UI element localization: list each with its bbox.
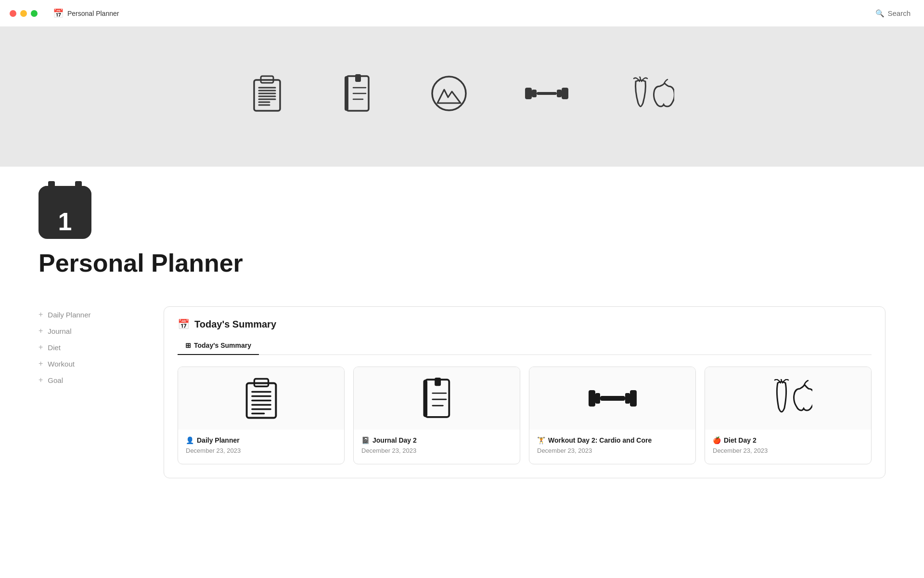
- page-header: 1 Personal Planner: [38, 167, 886, 292]
- sidebar-item-daily-planner[interactable]: + Daily Planner: [38, 306, 144, 323]
- card-date-workout: December 23, 2023: [537, 447, 688, 454]
- page-main-title: Personal Planner: [38, 249, 886, 277]
- card-title-text: Journal Day 2: [372, 436, 417, 444]
- svg-rect-16: [525, 88, 532, 99]
- person-icon: 👤: [186, 436, 194, 444]
- card-title-text: Daily Planner: [197, 436, 240, 444]
- plus-icon: +: [38, 310, 43, 319]
- card-body-daily-planner: 👤 Daily Planner December 23, 2023: [178, 430, 344, 454]
- page-calendar-icon: 1: [38, 186, 91, 239]
- sidebar-item-workout[interactable]: + Workout: [38, 355, 144, 372]
- svg-rect-0: [254, 80, 280, 111]
- card-icon-area-diet: [705, 367, 871, 430]
- maximize-button[interactable]: [31, 10, 38, 17]
- apple-icon: 🍎: [713, 436, 721, 444]
- card-date-diet: December 23, 2023: [713, 447, 863, 454]
- workout-hero-icon: [525, 79, 568, 115]
- diet-hero-icon: [626, 77, 674, 117]
- card-body-journal: 📓 Journal Day 2 December 23, 2023: [354, 430, 520, 454]
- plus-icon: +: [38, 343, 43, 352]
- svg-rect-31: [435, 378, 441, 386]
- svg-rect-36: [595, 393, 600, 404]
- card-title-text: Diet Day 2: [724, 436, 757, 444]
- sidebar-label-journal: Journal: [48, 327, 71, 335]
- svg-rect-20: [562, 88, 568, 99]
- sidebar: + Daily Planner + Journal + Diet + Worko…: [38, 306, 144, 478]
- summary-title: Today's Summary: [194, 319, 276, 330]
- tab-label: Today's Summary: [194, 342, 251, 349]
- planner-hero-icon: [250, 74, 284, 119]
- card-title-workout: 🏋️ Workout Day 2: Cardio and Core: [537, 436, 688, 444]
- entry-card-journal[interactable]: 📓 Journal Day 2 December 23, 2023: [353, 367, 520, 464]
- svg-rect-39: [630, 390, 637, 407]
- page-content: 1 Personal Planner + Daily Planner + Jou…: [0, 167, 924, 517]
- sidebar-label-workout: Workout: [48, 360, 75, 368]
- hero-area: [0, 27, 924, 167]
- entry-card-daily-planner[interactable]: 👤 Daily Planner December 23, 2023: [178, 367, 345, 464]
- app-icon-area: 📅 Personal Planner: [53, 8, 119, 19]
- hero-icons: [250, 74, 674, 119]
- plus-icon: +: [38, 376, 43, 384]
- entry-card-workout[interactable]: 🏋️ Workout Day 2: Cardio and Core Decemb…: [529, 367, 696, 464]
- sidebar-item-diet[interactable]: + Diet: [38, 339, 144, 355]
- plus-icon: +: [38, 327, 43, 335]
- svg-rect-18: [537, 92, 557, 95]
- svg-rect-38: [625, 393, 630, 404]
- journal-icon: 📓: [361, 436, 370, 444]
- summary-header-icon: 📅: [178, 318, 190, 330]
- calendar-number: 1: [58, 209, 72, 234]
- sidebar-label-daily-planner: Daily Planner: [48, 311, 90, 319]
- grid-icon: ⊞: [185, 342, 191, 349]
- sidebar-label-diet: Diet: [48, 343, 61, 352]
- sidebar-item-journal[interactable]: + Journal: [38, 323, 144, 339]
- card-title-text: Workout Day 2: Cardio and Core: [548, 436, 652, 444]
- svg-rect-19: [557, 90, 562, 97]
- sidebar-item-goal[interactable]: + Goal: [38, 372, 144, 388]
- app-title: Personal Planner: [67, 10, 119, 17]
- titlebar-left: 📅 Personal Planner: [10, 8, 119, 19]
- card-title-journal: 📓 Journal Day 2: [361, 436, 512, 444]
- summary-header: 📅 Today's Summary: [178, 318, 872, 330]
- search-button[interactable]: 🔍 Search: [872, 7, 914, 20]
- svg-rect-11: [355, 74, 361, 82]
- card-icon-area-daily-planner: [178, 367, 344, 430]
- plus-icon: +: [38, 359, 43, 368]
- workout-icon: 🏋️: [537, 436, 545, 444]
- tab-todays-summary[interactable]: ⊞ Today's Summary: [178, 338, 259, 355]
- card-title-diet: 🍎 Diet Day 2: [713, 436, 863, 444]
- card-date-daily-planner: December 23, 2023: [186, 447, 336, 454]
- window-controls: [10, 10, 38, 17]
- titlebar: 📅 Personal Planner 🔍 Search: [0, 0, 924, 27]
- card-body-workout: 🏋️ Workout Day 2: Cardio and Core Decemb…: [529, 430, 695, 454]
- svg-rect-10: [345, 76, 348, 111]
- card-icon-area-journal: [354, 367, 520, 430]
- journal-hero-icon: [342, 74, 373, 119]
- card-date-journal: December 23, 2023: [361, 447, 512, 454]
- svg-rect-30: [423, 380, 427, 417]
- nature-hero-icon: [431, 75, 467, 118]
- summary-tabs: ⊞ Today's Summary: [178, 338, 872, 355]
- search-label: Search: [887, 9, 911, 17]
- close-button[interactable]: [10, 10, 16, 17]
- calendar-icon: 📅: [53, 8, 64, 19]
- sidebar-label-goal: Goal: [48, 376, 63, 384]
- minimize-button[interactable]: [20, 10, 27, 17]
- cards-grid: 👤 Daily Planner December 23, 2023: [178, 367, 872, 464]
- card-icon-area-workout: [529, 367, 695, 430]
- card-body-diet: 🍎 Diet Day 2 December 23, 2023: [705, 430, 871, 454]
- card-title-daily-planner: 👤 Daily Planner: [186, 436, 336, 444]
- summary-card: 📅 Today's Summary ⊞ Today's Summary: [164, 306, 886, 478]
- entry-card-diet[interactable]: 🍎 Diet Day 2 December 23, 2023: [705, 367, 872, 464]
- search-icon: 🔍: [875, 9, 885, 18]
- svg-rect-35: [589, 390, 595, 407]
- svg-rect-17: [532, 90, 537, 97]
- svg-point-15: [432, 77, 466, 110]
- main-layout: + Daily Planner + Journal + Diet + Worko…: [38, 306, 886, 478]
- main-panel: 📅 Today's Summary ⊞ Today's Summary: [164, 306, 886, 478]
- svg-rect-37: [600, 396, 625, 401]
